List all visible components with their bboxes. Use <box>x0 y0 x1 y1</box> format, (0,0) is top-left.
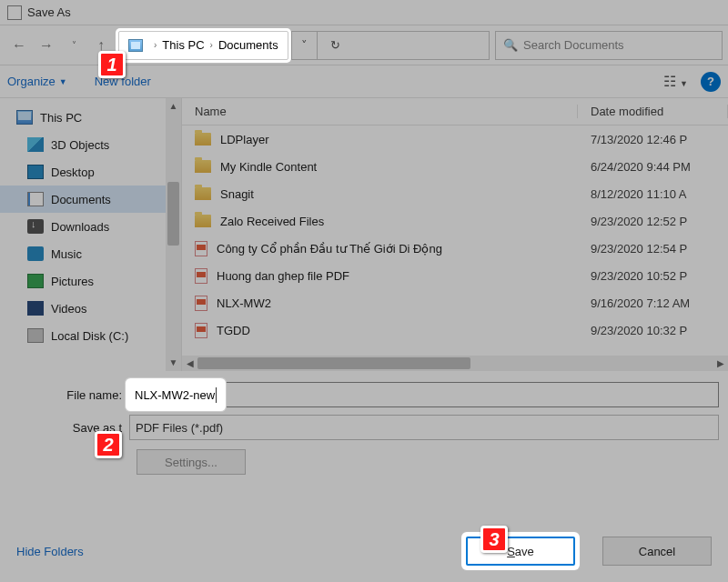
file-row[interactable]: TGDD9/23/2020 10:32 P <box>182 316 728 344</box>
filetype-select[interactable]: PDF Files (*.pdf) <box>129 415 719 440</box>
column-name[interactable]: Name <box>182 105 578 118</box>
pdf-icon <box>195 323 207 338</box>
refresh-button[interactable]: ↻ <box>318 38 354 52</box>
address-rest: ˅ ↻ <box>291 31 490 60</box>
file-name: Công ty Cổ phần Đầu tư Thế Giới Di Động <box>217 242 578 256</box>
file-date: 8/12/2020 11:10 A <box>578 187 728 201</box>
hide-folders-link[interactable]: Hide Folders <box>16 545 84 558</box>
folder-icon <box>195 133 211 146</box>
file-date: 9/23/2020 12:52 P <box>578 215 728 228</box>
file-date: 9/23/2020 10:52 P <box>578 269 728 283</box>
search-icon: 🔍 <box>503 38 518 52</box>
chevron-right-icon: › <box>154 40 157 50</box>
file-name: My Kindle Content <box>220 160 578 174</box>
file-date: 9/23/2020 10:32 P <box>578 324 728 337</box>
search-input[interactable]: 🔍 Search Documents <box>495 31 723 60</box>
chevron-down-icon: ▼ <box>59 77 67 86</box>
disk-icon <box>27 328 44 343</box>
file-row[interactable]: Zalo Received Files9/23/2020 12:52 P <box>182 207 728 235</box>
sidebar-item-documents[interactable]: Documents <box>0 186 181 213</box>
sidebar-scrollbar[interactable]: ▲ ▼ <box>166 98 181 371</box>
file-name: LDPlayer <box>220 133 578 146</box>
pc-icon <box>128 39 143 52</box>
pictures-icon <box>27 274 44 288</box>
file-row[interactable]: Huong dan ghep file PDF9/23/2020 10:52 P <box>182 262 728 289</box>
folder-icon <box>195 160 211 173</box>
music-icon <box>27 246 44 261</box>
window-title: Save As <box>27 5 71 19</box>
search-placeholder: Search Documents <box>523 38 624 52</box>
forward-button[interactable]: → <box>33 32 60 59</box>
sidebar-item-this-pc[interactable]: This PC <box>0 104 181 131</box>
app-icon <box>7 5 22 20</box>
pdf-icon <box>195 268 207 284</box>
sidebar-item-music[interactable]: Music <box>0 240 181 267</box>
file-row[interactable]: My Kindle Content6/24/2020 9:44 PM <box>182 153 728 180</box>
file-name: Snagit <box>220 187 578 201</box>
breadcrumb-seg[interactable]: Documents <box>218 38 278 52</box>
file-date: 7/13/2020 12:46 P <box>578 133 728 146</box>
file-name: TGDD <box>217 324 578 337</box>
sidebar-item-pictures[interactable]: Pictures <box>0 267 181 295</box>
organize-button[interactable]: Organize <box>7 75 56 88</box>
scroll-left-icon[interactable]: ◀ <box>182 356 197 371</box>
cancel-button[interactable]: Cancel <box>602 537 712 566</box>
sidebar-item-downloads[interactable]: Downloads <box>0 213 181 240</box>
sidebar-item-videos[interactable]: Videos <box>0 295 181 322</box>
column-date[interactable]: Date modified <box>578 105 728 118</box>
sidebar-item-desktop[interactable]: Desktop <box>0 158 181 186</box>
footer: Hide Folders Save Cancel <box>0 526 728 582</box>
documents-icon <box>27 192 44 206</box>
file-name: Huong dan ghep file PDF <box>217 269 578 283</box>
file-row[interactable]: Công ty Cổ phần Đầu tư Thế Giới Di Động9… <box>182 235 728 262</box>
file-row[interactable]: LDPlayer7/13/2020 12:46 P <box>182 125 728 153</box>
downloads-icon <box>27 219 44 234</box>
help-button[interactable]: ? <box>701 72 721 92</box>
filename-row: File name: NLX-MW2-new <box>0 378 728 411</box>
back-button[interactable]: ← <box>5 32 33 59</box>
file-date: 9/23/2020 12:54 P <box>578 242 728 256</box>
pdf-icon <box>195 296 207 311</box>
3d-icon <box>27 137 44 152</box>
annotation-2: 2 <box>95 431 122 458</box>
file-name: NLX-MW2 <box>217 296 578 310</box>
scroll-up-icon[interactable]: ▲ <box>166 98 181 115</box>
scroll-thumb[interactable] <box>197 357 470 369</box>
sidebar-item-local-disk[interactable]: Local Disk (C:) <box>0 322 181 349</box>
pdf-icon <box>195 241 207 256</box>
breadcrumb[interactable]: › This PC › Documents <box>118 31 288 60</box>
breadcrumb-seg[interactable]: This PC <box>162 38 204 52</box>
filename-highlight: NLX-MW2-new <box>129 382 222 407</box>
column-headers: Name Date modified <box>182 98 728 125</box>
sidebar: This PC 3D Objects Desktop Documents Dow… <box>0 98 182 371</box>
recent-dropdown[interactable]: ˅ <box>60 32 87 59</box>
pc-icon <box>16 110 33 125</box>
filename-label: File name: <box>0 388 129 402</box>
file-date: 9/16/2020 7:12 AM <box>578 296 728 310</box>
horizontal-scrollbar[interactable]: ◀ ▶ <box>182 356 728 371</box>
file-pane: Name Date modified LDPlayer7/13/2020 12:… <box>182 98 728 371</box>
settings-button[interactable]: Settings... <box>136 449 246 475</box>
file-name: Zalo Received Files <box>220 215 578 228</box>
file-row[interactable]: NLX-MW29/16/2020 7:12 AM <box>182 289 728 316</box>
scroll-thumb[interactable] <box>167 182 179 246</box>
scroll-down-icon[interactable]: ▼ <box>166 355 181 371</box>
sidebar-item-3d-objects[interactable]: 3D Objects <box>0 131 181 158</box>
annotation-1: 1 <box>98 51 126 78</box>
file-row[interactable]: Snagit8/12/2020 11:10 A <box>182 180 728 207</box>
chevron-right-icon: › <box>210 40 213 50</box>
folder-icon <box>195 215 211 227</box>
address-dropdown[interactable]: ˅ <box>292 32 318 59</box>
annotation-3: 3 <box>480 526 508 553</box>
file-date: 6/24/2020 9:44 PM <box>578 160 728 174</box>
videos-icon <box>27 301 44 316</box>
desktop-icon <box>27 165 44 179</box>
scroll-right-icon[interactable]: ▶ <box>713 356 728 371</box>
view-button[interactable]: ☷ ▼ <box>663 73 688 90</box>
folder-icon <box>195 187 211 200</box>
title-bar: Save As <box>0 0 728 25</box>
